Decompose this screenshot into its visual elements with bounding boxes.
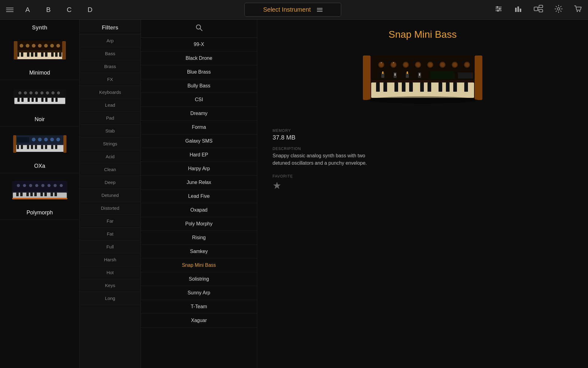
instrument-item[interactable]: Samkey [141,245,257,259]
top-navigation: A B C D Select Instrument [0,0,588,20]
svg-rect-56 [45,98,47,102]
hamburger-menu[interactable] [4,5,16,14]
svg-rect-140 [420,82,424,92]
filter-item[interactable]: FX [80,73,141,86]
filter-item[interactable]: Brass [80,60,141,73]
svg-point-48 [57,91,60,94]
filter-item[interactable]: Harsh [80,253,141,266]
instrument-item[interactable]: Rising [141,231,257,245]
svg-point-65 [50,138,54,141]
instrument-item[interactable]: Lead Five [141,190,257,203]
detail-title: Snap Mini Bass [389,29,457,40]
filter-item[interactable]: Pad [80,112,141,125]
svg-point-117 [428,63,432,67]
svg-point-15 [577,11,578,12]
svg-point-42 [24,91,27,94]
nav-tab-c[interactable]: C [60,4,78,16]
svg-rect-38 [62,41,66,59]
synth-item-oxa[interactable]: OXa [0,127,79,173]
synth-name-polymorph: Polymorph [26,209,53,216]
instrument-item[interactable]: Poly Morphy [141,217,257,231]
instrument-item[interactable]: Harpy Arp [141,162,257,176]
nav-tab-a[interactable]: A [18,4,37,16]
search-icon[interactable] [195,23,203,34]
instrument-item[interactable]: Hard EP [141,148,257,162]
instrument-item[interactable]: Xaguar [141,314,257,328]
instrument-item[interactable]: Snap Mini Bass [141,259,257,272]
synth-item-polymorph[interactable]: Polymorph [0,173,79,220]
filter-item[interactable]: Keyboards [80,86,141,99]
svg-rect-97 [51,193,53,196]
filter-item[interactable]: Keys [80,279,141,292]
synth-item-noir[interactable]: Noir [0,80,79,127]
filter-item[interactable]: Stab [80,125,141,137]
svg-line-101 [200,29,202,31]
svg-rect-57 [51,98,54,102]
filter-item[interactable]: Deep [80,176,141,189]
instrument-item[interactable]: CSI [141,93,257,107]
svg-rect-125 [382,71,383,74]
synth-name-oxa: OXa [34,163,45,169]
svg-rect-55 [41,98,43,102]
instrument-item[interactable]: Bully Bass [141,79,257,93]
synth-item-minimod[interactable]: Minimod [0,33,79,80]
instrument-item[interactable]: 99-X [141,38,257,52]
instrument-item[interactable]: Solistring [141,272,257,286]
svg-rect-141 [428,82,431,92]
svg-point-82 [23,184,26,187]
settings-icon[interactable] [552,3,565,17]
filter-item[interactable]: Bass [80,47,141,60]
instrument-item[interactable]: Black Drone [141,52,257,65]
synth-sidebar-title: Synth [0,20,79,33]
svg-point-24 [50,44,54,48]
instrument-item[interactable]: Blue Brass [141,65,257,79]
instrument-item[interactable]: Oxapad [141,203,257,217]
instrument-item[interactable]: June Relax [141,176,257,190]
svg-point-88 [60,184,63,187]
svg-point-45 [40,91,43,94]
svg-rect-35 [55,52,58,57]
equalizer-icon[interactable] [512,3,524,17]
svg-rect-138 [402,82,405,92]
nav-tab-b[interactable]: B [39,4,58,16]
svg-rect-144 [453,82,457,92]
search-row [141,20,257,38]
filter-item[interactable]: Clean [80,163,141,176]
favorite-star[interactable]: ★ [273,180,293,191]
svg-point-87 [54,184,57,187]
filter-item[interactable]: Acid [80,150,141,163]
instrument-item[interactable]: T-Team [141,300,257,314]
cart-icon[interactable] [572,3,584,17]
svg-rect-71 [31,145,33,149]
svg-rect-98 [55,193,57,196]
svg-point-22 [38,44,42,48]
svg-point-19 [20,44,23,48]
filter-item[interactable]: Full [80,240,141,253]
svg-rect-90 [16,193,19,196]
filter-item[interactable]: Fat [80,228,141,240]
mixer-icon[interactable] [492,3,505,17]
filter-item[interactable]: Arp [80,34,141,47]
filter-item[interactable]: Hot [80,266,141,279]
instrument-item[interactable]: Sunny Arp [141,286,257,300]
svg-rect-69 [21,145,23,149]
filter-item[interactable]: Distorted [80,202,141,215]
select-instrument-button[interactable]: Select Instrument [244,3,341,17]
filter-item[interactable]: Strings [80,137,141,150]
instrument-item[interactable]: Forma [141,121,257,134]
detail-description-text: Snappy classic analog synth bass with tw… [273,152,383,167]
instrument-item[interactable]: Galaxy SMS [141,134,257,148]
filter-item[interactable]: Lead [80,99,141,112]
filter-item[interactable]: Detuned [80,189,141,202]
routing-icon[interactable] [532,3,545,17]
nav-icon-group [492,3,584,17]
nav-tab-d[interactable]: D [81,4,99,16]
instrument-item[interactable]: Dreamy [141,107,257,121]
filter-item[interactable]: Long [80,292,141,305]
svg-rect-142 [439,82,442,92]
svg-point-43 [29,91,32,94]
svg-rect-105 [475,56,482,100]
svg-rect-78 [63,135,66,153]
filter-item[interactable]: Far [80,215,141,228]
svg-point-4 [499,8,501,10]
